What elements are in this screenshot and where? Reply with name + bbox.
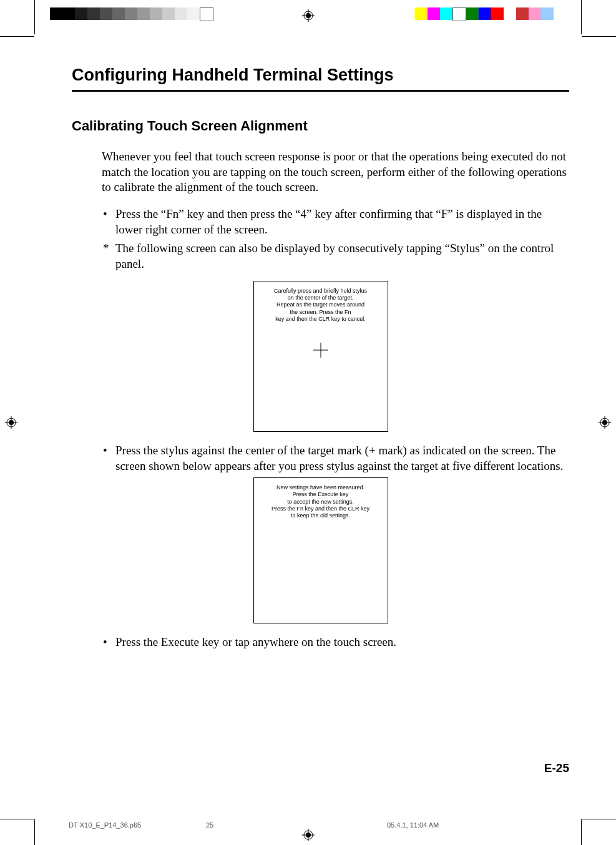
bullet-item: Press the “Fn” key and then press the “4… xyxy=(102,207,569,237)
section-title: Calibrating Touch Screen Alignment xyxy=(72,118,569,134)
screen-text: New settings have been measured. xyxy=(259,484,383,491)
crop-mark xyxy=(0,819,34,819)
footer-datetime: 05.4.1, 11:04 AM xyxy=(387,821,439,829)
calibration-screen-2: New settings have been measured. Press t… xyxy=(253,477,388,623)
print-footer: DT-X10_E_P14_36.p65 25 05.4.1, 11:04 AM xyxy=(69,821,569,831)
crop-mark xyxy=(581,0,582,34)
intro-paragraph: Whenever you feel that touch screen resp… xyxy=(102,149,569,195)
register-mark-icon xyxy=(5,416,17,429)
color-calibration-bar xyxy=(415,7,566,20)
screen-text: key and then the CLR key to cancel. xyxy=(259,316,383,323)
note-item: The following screen can also be display… xyxy=(102,241,569,271)
page-content: Configuring Handheld Terminal Settings C… xyxy=(72,66,569,808)
crop-mark xyxy=(582,819,616,819)
register-mark-icon xyxy=(599,416,611,429)
crosshair-icon xyxy=(313,343,328,358)
chapter-title: Configuring Handheld Terminal Settings xyxy=(72,66,569,92)
screen-text: Carefully press and briefly hold stylus xyxy=(259,288,383,295)
bullet-item: Press the stylus against the center of t… xyxy=(102,443,569,474)
crop-mark xyxy=(0,36,34,37)
bullet-item: Press the Execute key or tap anywhere on… xyxy=(102,635,569,650)
register-mark-icon xyxy=(302,9,315,22)
screen-text: Repeat as the target moves around xyxy=(259,301,383,308)
crop-mark xyxy=(34,819,35,845)
screen-text: Press the Fn key and then the CLR key xyxy=(259,506,383,512)
grayscale-calibration-bar xyxy=(50,7,226,20)
crop-mark xyxy=(582,36,616,37)
screen-text: to accept the new settings. xyxy=(259,499,383,506)
screen-text: on the center of the target. xyxy=(259,295,383,301)
footer-filename: DT-X10_E_P14_36.p65 xyxy=(69,821,141,831)
screen-text: to keep the old settings. xyxy=(259,512,383,519)
screen-text: the screen. Press the Fn xyxy=(259,309,383,316)
screen-text: Press the Execute key xyxy=(259,491,383,498)
crop-mark xyxy=(34,0,35,34)
footer-sheet-number: 25 xyxy=(206,821,213,829)
crop-mark xyxy=(581,819,582,845)
calibration-screen-1: Carefully press and briefly hold stylus … xyxy=(253,281,388,432)
page-number: E-25 xyxy=(544,761,569,775)
